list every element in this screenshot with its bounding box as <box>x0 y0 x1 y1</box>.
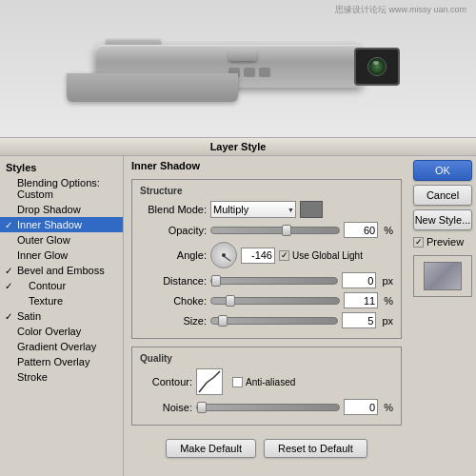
contour-row: Contour: Anti-aliased <box>140 368 393 395</box>
structure-label: Structure <box>140 186 393 196</box>
size-input[interactable] <box>342 312 376 328</box>
camera-shutter <box>228 50 257 61</box>
right-buttons-panel: OK Cancel New Style... Preview <box>409 156 476 476</box>
blend-mode-row: Blend Mode: Multiply Normal Screen <box>140 201 393 218</box>
preview-label: Preview <box>426 236 464 248</box>
style-bevel-emboss[interactable]: Bevel and Emboss <box>0 263 123 278</box>
preview-inner <box>424 262 462 290</box>
quality-label: Quality <box>140 353 393 364</box>
dialog-content: Styles Blending Options: Custom Drop Sha… <box>0 156 476 476</box>
layer-style-dialog: Layer Style Styles Blending Options: Cus… <box>0 138 476 476</box>
style-satin[interactable]: Satin <box>0 308 123 324</box>
camera-arm <box>67 73 238 102</box>
opacity-slider[interactable] <box>210 227 340 234</box>
choke-row: Choke: % <box>140 292 393 308</box>
anti-aliased-wrapper[interactable]: Anti-aliased <box>232 377 295 387</box>
noise-label: Noise: <box>140 402 192 413</box>
distance-input[interactable] <box>342 272 376 288</box>
styles-panel: Styles Blending Options: Custom Drop Sha… <box>0 156 124 476</box>
quality-section: Quality Contour: Anti-aliased <box>131 347 402 426</box>
noise-unit: % <box>384 402 393 413</box>
distance-slider[interactable] <box>210 277 338 285</box>
contour-label: Contour: <box>140 376 192 387</box>
angle-row: Angle: Use Global Light <box>140 242 393 268</box>
ok-button[interactable]: OK <box>413 160 472 181</box>
preview-box <box>413 255 472 297</box>
style-color-overlay[interactable]: Color Overlay <box>0 324 123 339</box>
size-row: Size: px <box>140 312 393 328</box>
style-pattern-overlay[interactable]: Pattern Overlay <box>0 354 123 369</box>
size-unit: px <box>382 315 393 327</box>
camera-device <box>67 30 409 107</box>
section-inner-shadow-header: Inner Shadow <box>131 160 402 171</box>
choke-label: Choke: <box>140 295 207 307</box>
camera-preview-area: 思缘设计论坛 www.missy uan.com <box>0 0 476 138</box>
style-inner-glow[interactable]: Inner Glow <box>0 248 123 263</box>
contour-preview[interactable] <box>196 368 223 395</box>
new-style-button[interactable]: New Style... <box>413 209 472 230</box>
distance-unit: px <box>382 275 393 287</box>
opacity-input[interactable] <box>344 222 378 238</box>
angle-label: Angle: <box>140 249 207 261</box>
distance-row: Distance: px <box>140 272 393 288</box>
preview-wrapper[interactable]: Preview <box>413 236 472 248</box>
size-label: Size: <box>140 315 207 327</box>
style-inner-shadow[interactable]: Inner Shadow <box>0 217 123 232</box>
noise-slider[interactable] <box>196 404 340 411</box>
style-blending-options[interactable]: Blending Options: Custom <box>0 175 123 202</box>
global-light-label: Use Global Light <box>292 250 363 261</box>
anti-aliased-checkbox[interactable] <box>232 377 243 387</box>
angle-dot <box>222 253 226 257</box>
noise-thumb[interactable] <box>197 402 207 413</box>
style-drop-shadow[interactable]: Drop Shadow <box>0 202 123 217</box>
angle-input[interactable] <box>241 248 275 264</box>
opacity-unit: % <box>384 225 393 236</box>
global-light-checkbox[interactable] <box>279 250 289 261</box>
preview-checkbox[interactable] <box>413 237 424 248</box>
blend-mode-label: Blend Mode: <box>140 204 207 215</box>
choke-unit: % <box>384 295 393 307</box>
style-contour[interactable]: Contour <box>0 278 123 293</box>
main-panel: Inner Shadow Structure Blend Mode: Multi… <box>124 156 409 476</box>
camera-lens-inner <box>367 57 387 76</box>
noise-row: Noise: % <box>140 399 393 415</box>
make-default-button[interactable]: Make Default <box>166 439 256 458</box>
blend-color-swatch[interactable] <box>300 201 323 218</box>
bottom-buttons: Make Default Reset to Default <box>131 435 402 462</box>
style-stroke[interactable]: Stroke <box>0 369 123 385</box>
global-light-wrapper[interactable]: Use Global Light <box>279 250 363 261</box>
dialog-title: Layer Style <box>0 138 476 156</box>
choke-thumb[interactable] <box>226 295 235 307</box>
choke-slider[interactable] <box>210 297 340 305</box>
angle-dial[interactable] <box>210 242 237 268</box>
styles-header: Styles <box>0 160 123 175</box>
anti-aliased-label: Anti-aliased <box>246 377 295 387</box>
style-gradient-overlay[interactable]: Gradient Overlay <box>0 339 123 354</box>
blend-mode-select-wrapper[interactable]: Multiply Normal Screen <box>210 201 296 218</box>
noise-input[interactable] <box>344 399 378 415</box>
cancel-button[interactable]: Cancel <box>413 185 472 206</box>
opacity-row: Opacity: % <box>140 222 393 238</box>
style-texture[interactable]: Texture <box>0 293 123 308</box>
size-thumb[interactable] <box>218 315 228 327</box>
watermark-text: 思缘设计论坛 www.missy uan.com <box>335 4 466 16</box>
structure-section: Structure Blend Mode: Multiply Normal Sc… <box>131 179 402 339</box>
distance-label: Distance: <box>140 275 207 287</box>
size-slider[interactable] <box>210 317 338 325</box>
blend-mode-select[interactable]: Multiply Normal Screen <box>210 201 296 218</box>
distance-thumb[interactable] <box>211 275 221 287</box>
opacity-label: Opacity: <box>140 225 207 236</box>
style-outer-glow[interactable]: Outer Glow <box>0 232 123 248</box>
reset-default-button[interactable]: Reset to Default <box>264 439 367 458</box>
opacity-thumb[interactable] <box>282 225 291 236</box>
camera-lens <box>354 48 400 86</box>
choke-input[interactable] <box>344 292 378 308</box>
